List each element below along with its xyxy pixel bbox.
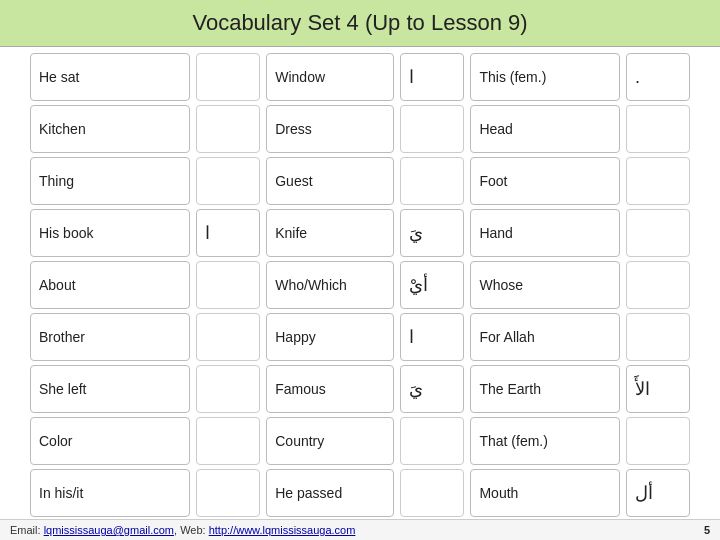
table-row bbox=[626, 313, 690, 361]
table-row: He passed bbox=[266, 469, 394, 517]
table-row bbox=[400, 105, 464, 153]
table-row bbox=[626, 417, 690, 465]
table-row: يَ bbox=[400, 365, 464, 413]
table-row bbox=[196, 469, 260, 517]
email-label: Email: bbox=[10, 524, 41, 536]
web-link[interactable]: http://www.lqmississauga.com bbox=[209, 524, 356, 536]
table-row bbox=[196, 417, 260, 465]
web-label: Web: bbox=[180, 524, 205, 536]
table-row bbox=[626, 157, 690, 205]
table-row: He sat bbox=[30, 53, 190, 101]
page: Vocabulary Set 4 (Up to Lesson 9) He sat… bbox=[0, 0, 720, 540]
table-row: Dress bbox=[266, 105, 394, 153]
table-row: Mouth bbox=[470, 469, 619, 517]
table-row: This (fem.) bbox=[470, 53, 619, 101]
table-row: She left bbox=[30, 365, 190, 413]
table-row: أيْ bbox=[400, 261, 464, 309]
table-row: ا bbox=[196, 209, 260, 257]
table-row bbox=[196, 53, 260, 101]
table-row: Hand bbox=[470, 209, 619, 257]
table-row: Brother bbox=[30, 313, 190, 361]
table-row bbox=[196, 313, 260, 361]
table-row: Thing bbox=[30, 157, 190, 205]
table-row: الأَ bbox=[626, 365, 690, 413]
table-row: يَ bbox=[400, 209, 464, 257]
table-row: Happy bbox=[266, 313, 394, 361]
table-row: ا bbox=[400, 53, 464, 101]
table-row: . bbox=[626, 53, 690, 101]
email-link[interactable]: lqmississauga@gmail.com bbox=[44, 524, 174, 536]
table-row: For Allah bbox=[470, 313, 619, 361]
table-row: Head bbox=[470, 105, 619, 153]
table-row bbox=[400, 157, 464, 205]
page-title: Vocabulary Set 4 (Up to Lesson 9) bbox=[0, 0, 720, 47]
table-row: Whose bbox=[470, 261, 619, 309]
table-row: Color bbox=[30, 417, 190, 465]
table-row: Who/Which bbox=[266, 261, 394, 309]
table-row: In his/it bbox=[30, 469, 190, 517]
table-row: Country bbox=[266, 417, 394, 465]
table-row: The Earth bbox=[470, 365, 619, 413]
footer: Email: lqmississauga@gmail.com, Web: htt… bbox=[0, 519, 720, 540]
table-row: About bbox=[30, 261, 190, 309]
table-row bbox=[196, 157, 260, 205]
table-row: Kitchen bbox=[30, 105, 190, 153]
table-row bbox=[400, 417, 464, 465]
table-row bbox=[196, 365, 260, 413]
table-row: Famous bbox=[266, 365, 394, 413]
table-row bbox=[196, 261, 260, 309]
table-row: His book bbox=[30, 209, 190, 257]
table-row bbox=[626, 105, 690, 153]
table-row: Guest bbox=[266, 157, 394, 205]
table-row bbox=[626, 209, 690, 257]
table-row: أل bbox=[626, 469, 690, 517]
table-row: Foot bbox=[470, 157, 619, 205]
title-text: Vocabulary Set 4 (Up to Lesson 9) bbox=[192, 10, 527, 35]
footer-contact: Email: lqmississauga@gmail.com, Web: htt… bbox=[10, 524, 355, 536]
table-row: ا bbox=[400, 313, 464, 361]
table-row bbox=[196, 105, 260, 153]
page-number: 5 bbox=[704, 524, 710, 536]
vocab-grid: He satWindowاThis (fem.).KitchenDressHea… bbox=[30, 53, 690, 517]
table-row bbox=[400, 469, 464, 517]
table-row: Window bbox=[266, 53, 394, 101]
main-content: He satWindowاThis (fem.).KitchenDressHea… bbox=[0, 47, 720, 519]
table-row: That (fem.) bbox=[470, 417, 619, 465]
table-row: Knife bbox=[266, 209, 394, 257]
table-row bbox=[626, 261, 690, 309]
